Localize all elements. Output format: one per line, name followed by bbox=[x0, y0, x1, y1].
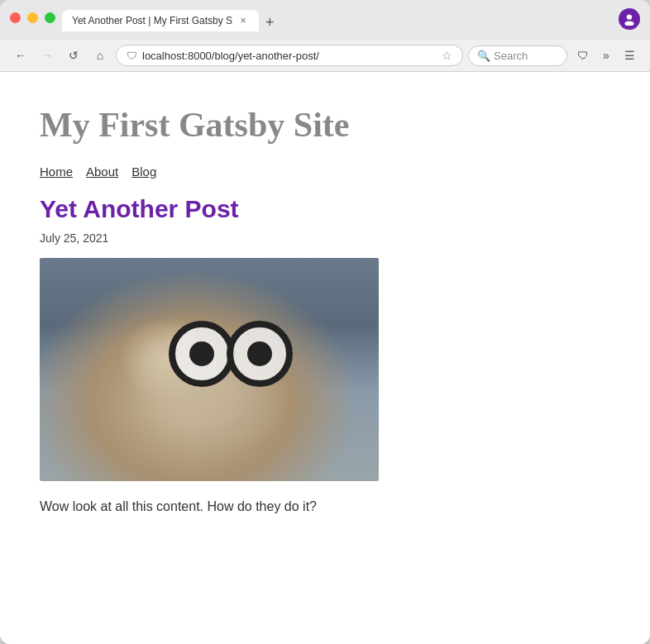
site-title: My First Gatsby Site bbox=[40, 105, 610, 145]
svg-point-0 bbox=[627, 14, 632, 19]
site-nav: Home About Blog bbox=[40, 165, 610, 179]
close-button[interactable] bbox=[10, 12, 21, 23]
browser-window: Yet Another Post | My First Gatsby S × +… bbox=[0, 0, 650, 644]
post-title: Yet Another Post bbox=[40, 195, 610, 223]
post-body: Wow look at all this content. How do the… bbox=[40, 496, 610, 518]
nav-link-home[interactable]: Home bbox=[40, 165, 73, 179]
reload-button[interactable]: ↺ bbox=[63, 45, 84, 66]
bookmark-icon: ☆ bbox=[442, 49, 452, 62]
nav-link-about[interactable]: About bbox=[86, 165, 118, 179]
profile-avatar[interactable] bbox=[619, 8, 640, 30]
page-content: My First Gatsby Site Home About Blog Yet… bbox=[0, 72, 650, 644]
pupil-left bbox=[189, 341, 214, 366]
title-bar: Yet Another Post | My First Gatsby S × + bbox=[0, 0, 650, 40]
tabs-bar: Yet Another Post | My First Gatsby S × + bbox=[62, 10, 612, 31]
nav-bar: ← → ↺ ⌂ 🛡 localhost:8000/blog/yet-anothe… bbox=[0, 40, 650, 72]
home-button[interactable]: ⌂ bbox=[89, 45, 111, 66]
overflow-button[interactable]: » bbox=[595, 45, 617, 66]
menu-button[interactable]: ☰ bbox=[619, 45, 640, 66]
minimize-button[interactable] bbox=[27, 12, 38, 23]
shield-icon: 🛡 bbox=[127, 50, 137, 62]
post-image bbox=[40, 258, 379, 481]
nav-link-blog[interactable]: Blog bbox=[131, 165, 156, 179]
pupil-right bbox=[247, 341, 272, 366]
profile-icon bbox=[623, 12, 636, 26]
address-bar[interactable]: 🛡 localhost:8000/blog/yet-another-post/ … bbox=[116, 45, 463, 66]
search-icon: 🔍 bbox=[477, 50, 490, 62]
back-button[interactable]: ← bbox=[10, 45, 31, 66]
tab-title: Yet Another Post | My First Gatsby S bbox=[72, 15, 232, 26]
extra-buttons: 🛡 » ☰ bbox=[572, 45, 640, 66]
active-tab[interactable]: Yet Another Post | My First Gatsby S × bbox=[62, 10, 259, 31]
post-date: July 25, 2021 bbox=[40, 231, 610, 245]
shield-button[interactable]: 🛡 bbox=[572, 45, 594, 66]
svg-point-1 bbox=[624, 21, 633, 26]
glasses-left bbox=[169, 321, 235, 387]
glasses-right bbox=[227, 321, 293, 387]
search-bar[interactable]: 🔍 Search bbox=[468, 45, 567, 66]
tab-close-button[interactable]: × bbox=[237, 15, 249, 26]
search-placeholder: Search bbox=[494, 50, 528, 62]
window-controls bbox=[10, 12, 55, 23]
maximize-button[interactable] bbox=[45, 12, 55, 23]
new-tab-button[interactable]: + bbox=[259, 15, 281, 30]
address-text: localhost:8000/blog/yet-another-post/ bbox=[142, 50, 437, 62]
forward-button[interactable]: → bbox=[36, 45, 58, 66]
